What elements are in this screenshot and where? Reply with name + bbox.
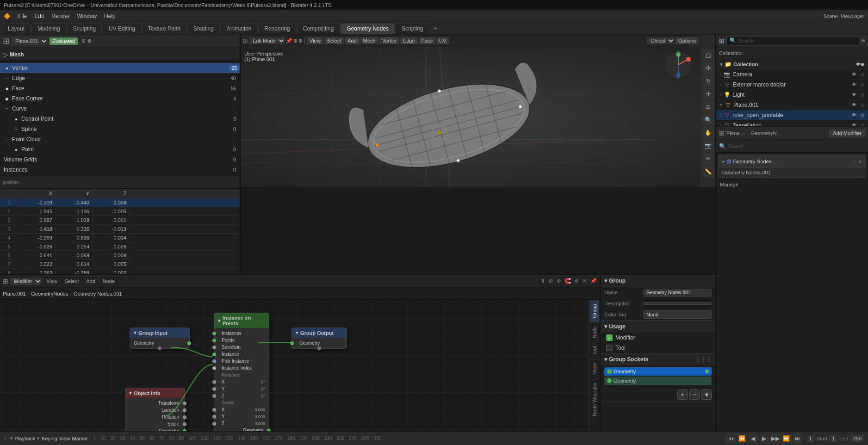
manage-btn[interactable]: Manage	[720, 182, 738, 187]
node-editor[interactable]: ⊞ Modifier View Select Add Node ⬆ ⊕ ⊕ 🧲 …	[0, 275, 600, 431]
table-row[interactable]: 7 0.022 -0.614 0.005	[0, 260, 240, 269]
tree-face[interactable]: ■ Face 16	[0, 83, 240, 93]
tree-edge[interactable]: — Edge 40	[0, 73, 240, 83]
edge-menu[interactable]: Edge	[400, 37, 418, 44]
socket-down-btn[interactable]: ▾	[701, 389, 712, 400]
object-selector[interactable]: Plane.001	[12, 37, 48, 45]
tool-select[interactable]: ◻	[702, 49, 714, 61]
tool-scale[interactable]: ⊡	[702, 101, 714, 113]
step-fwd-btn[interactable]: ▶▶	[770, 433, 781, 444]
tool-measure[interactable]: 📏	[702, 166, 714, 178]
tab-compositing[interactable]: Compositing	[297, 23, 340, 34]
pin-btn[interactable]: 📌	[286, 38, 292, 44]
modifier-checkbox[interactable]: ✓	[606, 334, 613, 341]
socket-output-geometry[interactable]: Geometry	[604, 377, 712, 385]
collection-visible[interactable]: 👁	[856, 62, 861, 67]
tree-point[interactable]: ● Point 0	[0, 144, 240, 155]
vtab-node[interactable]: Node	[590, 322, 599, 342]
object-info-node[interactable]: ▾ Object Info Transform Location Rotatio…	[125, 388, 185, 431]
next-frame-btn[interactable]: ⏩	[781, 433, 792, 444]
tool-annotate[interactable]: ✏	[702, 153, 714, 165]
vis-render[interactable]: ◎	[859, 111, 866, 119]
tree-instances[interactable]: Instances 0	[0, 165, 240, 175]
table-row[interactable]: 0 -0.319 -0.440 0.008	[0, 198, 240, 207]
tab-shading[interactable]: Shading	[187, 23, 220, 34]
viewport[interactable]: ⊞ Edit Mode 📌 ⊕ ⊕ View Select Add Mesh V…	[241, 34, 715, 187]
tree-control-point[interactable]: ● Control Point 3	[0, 114, 240, 124]
group-output-node[interactable]: ▾ Group Output Geometry	[291, 328, 347, 349]
collection-more[interactable]: ⊕	[861, 62, 864, 67]
add-menu[interactable]: Add	[345, 37, 360, 44]
menu-edit[interactable]: Edit	[31, 10, 48, 22]
gn-expand[interactable]: ▾	[722, 159, 725, 164]
gn-close[interactable]: ✕	[858, 159, 862, 164]
table-row[interactable]: 2 -0.997 1.038 0.001	[0, 216, 240, 225]
group-sockets-header[interactable]: ▾ Group Sockets ⋮⋮⋮	[601, 353, 715, 365]
socket-remove-btn[interactable]: −	[689, 389, 700, 400]
outliner-filter-btn[interactable]: ⊕	[861, 37, 865, 43]
socket-add-btn[interactable]: +	[677, 389, 688, 400]
vis-eye[interactable]: 👁	[850, 91, 858, 99]
sockets-options[interactable]: ⋮⋮⋮	[695, 356, 712, 363]
tree-spline[interactable]: ~ Spline 0	[0, 124, 240, 134]
vis-render[interactable]: ◎	[859, 91, 866, 99]
tree-curve[interactable]: ~ Curve	[0, 104, 240, 114]
vis-eye[interactable]: 👁	[850, 81, 858, 88]
ol-rose[interactable]: › ▽ rose_open_printable 👁 ◎	[716, 110, 868, 120]
ol-plane001[interactable]: ▾ ▽ Plane.001 👁 ◎	[716, 100, 868, 110]
vtab-node-wrangler[interactable]: Node Wrangler	[590, 378, 599, 420]
play-btn[interactable]: ▶	[759, 433, 769, 444]
vis-eye[interactable]: 👁	[850, 101, 858, 109]
mode-selector[interactable]: Edit Mode	[249, 37, 285, 44]
vis-render[interactable]: ◎	[859, 81, 866, 88]
view-type-icon[interactable]: ⊞	[242, 37, 248, 44]
socket-input-geometry[interactable]: Geometry	[604, 367, 712, 376]
node-canvas[interactable]: ▾ Group Input Geometry ▾ Instance on Poi…	[0, 300, 600, 431]
ol-light[interactable]: › 💡 Light 👁 ◎	[716, 90, 868, 100]
transform-selector[interactable]: Global	[647, 37, 675, 44]
tab-texture[interactable]: Texture Paint	[142, 23, 186, 34]
menu-file[interactable]: File	[14, 10, 31, 22]
tree-volume[interactable]: Volume Grids 0	[0, 155, 240, 165]
instance-on-points-node[interactable]: ▾ Instance on Points Instances Points Se…	[214, 313, 269, 431]
tree-point-cloud[interactable]: · Point Cloud	[0, 134, 240, 144]
ne-close-btn[interactable]: ✕	[583, 278, 587, 284]
tool-rotate-view[interactable]: ↻	[702, 75, 714, 87]
tab-modeling[interactable]: Modeling	[31, 23, 66, 34]
table-row[interactable]: 1 1.045 -1.136 -0.005	[0, 207, 240, 216]
tree-face-corner[interactable]: ◆ Face Corner 4	[0, 93, 240, 104]
ne-zoom-btn[interactable]: ⊕	[575, 278, 579, 284]
tab-geometry-nodes[interactable]: Geometry Nodes	[341, 23, 395, 34]
outliner-search[interactable]: 🔍 Search	[726, 36, 859, 45]
view-menu[interactable]: View	[307, 37, 323, 44]
ne-add[interactable]: Add	[83, 278, 98, 285]
ne-view[interactable]: View	[43, 278, 60, 285]
ne-overlay-btn[interactable]: ⊕	[557, 278, 561, 284]
vtab-tool[interactable]: Tool	[590, 342, 599, 359]
vtab-view[interactable]: View	[590, 359, 599, 378]
group-section-header[interactable]: ▾ Group	[601, 275, 715, 287]
tab-layout[interactable]: Layout	[2, 23, 31, 34]
ne-node[interactable]: Node	[100, 278, 118, 285]
gn-more[interactable]: ⋮	[852, 159, 856, 164]
vertex-menu[interactable]: Vertex	[379, 37, 399, 44]
tab-uv[interactable]: UV Editing	[103, 23, 141, 34]
step-back-btn[interactable]: ◀	[748, 433, 758, 444]
vis-render[interactable]: ◎	[859, 122, 866, 126]
group-input-node[interactable]: ▾ Group Input Geometry	[130, 328, 190, 349]
ol-exterior[interactable]: › ▽ Exterior marco doblar 👁 ◎	[716, 80, 868, 90]
uv-menu[interactable]: UV	[436, 37, 449, 44]
jump-end-btn[interactable]: ⏭	[793, 433, 803, 444]
tab-rendering[interactable]: Rendering	[258, 23, 296, 34]
evaluated-btn[interactable]: Evaluated	[50, 37, 78, 45]
select-menu[interactable]: Select	[324, 37, 344, 44]
start-frame[interactable]: 1	[829, 435, 837, 442]
table-row[interactable]: 4 -0.959 0.636 0.004	[0, 234, 240, 242]
ol-tessellation[interactable]: › ▽ Tessellation 👁 ◎	[716, 120, 868, 126]
tab-sculpting[interactable]: Sculpting	[67, 23, 102, 34]
vis-eye[interactable]: 👁	[850, 111, 858, 119]
tab-animation[interactable]: Animation	[221, 23, 257, 34]
menu-window[interactable]: Window	[73, 10, 100, 22]
ne-up-btn[interactable]: ⬆	[541, 278, 545, 284]
ol-camera[interactable]: › 📷 Camera 👁 ◎	[716, 69, 868, 80]
